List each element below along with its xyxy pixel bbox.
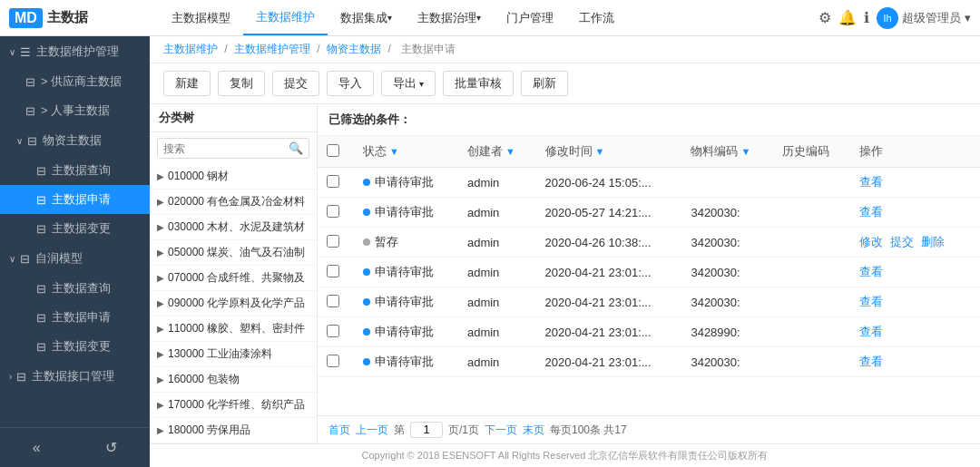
- action-link-提交[interactable]: 提交: [890, 235, 914, 248]
- sidebar-item-self-change[interactable]: ⊟ 主数据变更: [0, 332, 150, 361]
- search-icon[interactable]: 🔍: [283, 139, 309, 158]
- th-modify-time: 修改时间 ▼: [536, 136, 682, 168]
- cell-status: 申请待审批: [354, 287, 458, 317]
- nav-item-数据集成[interactable]: 数据集成: [328, 0, 405, 35]
- row-checkbox-1[interactable]: [327, 205, 339, 218]
- toolbar: 新建复制提交导入导出批量审核刷新: [150, 63, 980, 104]
- nav-item-门户管理[interactable]: 门户管理: [494, 0, 566, 35]
- row-checkbox-0[interactable]: [327, 175, 339, 188]
- user-info[interactable]: Ih 超级管理员 ▾: [877, 7, 971, 29]
- toolbar-btn-刷新[interactable]: 刷新: [521, 71, 568, 96]
- breadcrumb-link-2[interactable]: 主数据维护管理: [234, 43, 310, 55]
- action-link-查看[interactable]: 查看: [859, 325, 883, 338]
- category-item[interactable]: ▶090000 化学原料及化学产品: [150, 291, 317, 316]
- category-item[interactable]: ▶160000 包装物: [150, 367, 317, 393]
- toolbar-btn-复制[interactable]: 复制: [218, 71, 265, 96]
- sidebar-group-self-model: ∨ ⊟ 自润模型 ⊟ 主数据查询 ⊟ 主数据申请 ⊟ 主数据变更: [0, 243, 150, 361]
- page-label: 第: [394, 423, 405, 438]
- sidebar-item-self-apply[interactable]: ⊟ 主数据申请: [0, 303, 150, 332]
- nav-item-工作流[interactable]: 工作流: [566, 0, 627, 35]
- status-filter-icon[interactable]: ▼: [389, 146, 399, 157]
- status-dot: [363, 268, 370, 276]
- category-item[interactable]: ▶170000 化学纤维、纺织产品: [150, 393, 317, 418]
- sidebar-item-material-query[interactable]: ⊟ 主数据查询: [0, 156, 150, 185]
- nav-item-主数据治理[interactable]: 主数据治理: [405, 0, 494, 35]
- category-item[interactable]: ▶050000 煤炭、油气及石油制: [150, 240, 317, 266]
- page-first[interactable]: 首页: [328, 423, 350, 438]
- sidebar-group-header-material[interactable]: ∨ ⊟ 物资主数据: [0, 125, 150, 156]
- action-link-修改[interactable]: 修改: [859, 235, 883, 248]
- header: MD 主数据 主数据模型主数据维护数据集成主数据治理门户管理工作流 ⚙ 🔔 ℹ …: [0, 0, 980, 36]
- db-icon-material: ⊟: [27, 134, 37, 148]
- cell-material-code: 3420030:: [681, 258, 773, 287]
- category-item[interactable]: ▶030000 木材、水泥及建筑材: [150, 215, 317, 240]
- modify-time-filter-icon[interactable]: ▼: [595, 146, 605, 157]
- sidebar-item-hr[interactable]: ⊟ > 人事主数据: [0, 96, 150, 125]
- toolbar-btn-批量审核[interactable]: 批量审核: [443, 71, 514, 96]
- chevron-right-icon: ▶: [157, 248, 164, 258]
- toolbar-btn-导入[interactable]: 导入: [327, 71, 374, 96]
- db-icon-self: ⊟: [20, 252, 30, 266]
- nav-item-主数据模型[interactable]: 主数据模型: [159, 0, 243, 35]
- cell-modify-time: 2020-05-27 14:21:...: [536, 198, 682, 228]
- toolbar-btn-提交[interactable]: 提交: [272, 71, 319, 96]
- category-search-input[interactable]: [158, 140, 283, 158]
- page-input[interactable]: [410, 422, 443, 438]
- action-link-查看[interactable]: 查看: [859, 295, 883, 308]
- action-link-查看[interactable]: 查看: [859, 265, 883, 278]
- cell-modify-time: 2020-06-24 15:05:...: [536, 168, 682, 198]
- category-panel: 分类树 🔍 ▶010000 钢材▶020000 有色金属及冶金材料▶030000…: [150, 104, 318, 443]
- content-body: 分类树 🔍 ▶010000 钢材▶020000 有色金属及冶金材料▶030000…: [150, 104, 980, 443]
- sidebar-item-material-apply[interactable]: ⊟ 主数据申请: [0, 185, 150, 214]
- sidebar-group-header-main[interactable]: ∨ ☰ 主数据维护管理: [0, 36, 150, 67]
- breadcrumb-link-1[interactable]: 主数据维护: [163, 43, 218, 55]
- toolbar-btn-新建[interactable]: 新建: [163, 71, 211, 96]
- creator-filter-icon[interactable]: ▼: [505, 146, 515, 157]
- category-item[interactable]: ▶180000 劳保用品: [150, 418, 317, 443]
- row-checkbox-3[interactable]: [327, 265, 339, 277]
- sidebar-item-material-change[interactable]: ⊟ 主数据变更: [0, 214, 150, 243]
- table-wrap: 状态 ▼ 创建者 ▼: [318, 136, 980, 415]
- chevron-right-icon: ▶: [157, 400, 164, 410]
- row-checkbox-5[interactable]: [327, 325, 339, 337]
- collapse-button[interactable]: «: [24, 436, 50, 460]
- category-item[interactable]: ▶110000 橡胶、塑料、密封件: [150, 316, 317, 342]
- toolbar-btn-导出[interactable]: 导出: [381, 71, 436, 96]
- th-history-code: 历史编码: [773, 136, 850, 168]
- cell-actions: 查看: [850, 317, 980, 347]
- category-item[interactable]: ▶070000 合成纤维、共聚物及: [150, 266, 317, 291]
- page-prev[interactable]: 上一页: [356, 423, 388, 438]
- page-next[interactable]: 下一页: [485, 423, 517, 438]
- breadcrumb-link-3[interactable]: 物资主数据: [327, 43, 381, 55]
- action-link-查看[interactable]: 查看: [859, 355, 883, 368]
- material-code-filter-icon[interactable]: ▼: [740, 146, 750, 157]
- row-checkbox-4[interactable]: [327, 295, 339, 307]
- category-search[interactable]: 🔍: [157, 138, 309, 159]
- page-last[interactable]: 末页: [523, 423, 544, 438]
- table-area: 已筛选的条件： 状态 ▼: [318, 104, 980, 443]
- row-checkbox-2[interactable]: [327, 235, 339, 248]
- cell-material-code: 3420030:: [681, 347, 773, 377]
- category-item[interactable]: ▶130000 工业油漆涂料: [150, 342, 317, 367]
- category-item[interactable]: ▶010000 钢材: [150, 164, 317, 190]
- notification-icon[interactable]: 🔔: [838, 9, 857, 26]
- action-link-查看[interactable]: 查看: [859, 175, 883, 189]
- sidebar-item-self-query[interactable]: ⊟ 主数据查询: [0, 274, 150, 303]
- category-item-text: 090000 化学原料及化学产品: [168, 296, 305, 311]
- action-link-查看[interactable]: 查看: [859, 205, 883, 219]
- refresh-sidebar-button[interactable]: ↺: [96, 435, 126, 460]
- info-icon[interactable]: ℹ: [864, 9, 869, 26]
- select-all-checkbox[interactable]: [327, 144, 339, 157]
- sidebar-group-header-interface[interactable]: › ⊟ 主数据接口管理: [0, 361, 150, 392]
- category-item[interactable]: ▶020000 有色金属及冶金材料: [150, 190, 317, 215]
- nav-item-主数据维护[interactable]: 主数据维护: [243, 0, 328, 35]
- sidebar-item-label-sa: 主数据申请: [52, 309, 111, 326]
- settings-icon[interactable]: ⚙: [818, 9, 831, 26]
- row-checkbox-6[interactable]: [327, 355, 339, 367]
- th-history-code-label: 历史编码: [782, 144, 829, 158]
- chevron-down-icon: ∨: [9, 47, 15, 57]
- action-link-删除[interactable]: 删除: [921, 235, 945, 248]
- sidebar-group-header-self[interactable]: ∨ ⊟ 自润模型: [0, 243, 150, 274]
- sidebar-item-supplier[interactable]: ⊟ > 供应商主数据: [0, 67, 150, 96]
- cell-status: 暂存: [354, 228, 458, 258]
